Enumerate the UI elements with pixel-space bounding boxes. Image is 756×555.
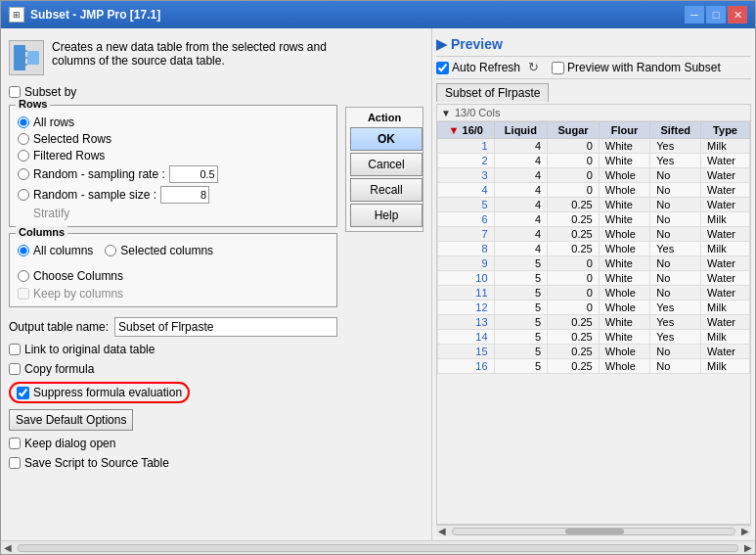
random-size-label: Random - sample size : xyxy=(33,188,156,202)
row-num-cell: 12 xyxy=(438,301,495,315)
output-input[interactable] xyxy=(114,317,337,337)
row-num-cell: 10 xyxy=(438,271,495,286)
random-rate-radio[interactable] xyxy=(18,168,29,180)
table-row: 16 5 0.25 Whole No Milk xyxy=(438,359,750,374)
liquid-header[interactable]: Liquid xyxy=(494,122,548,139)
keep-dialog-label: Keep dialog open xyxy=(24,437,115,450)
refresh-icon[interactable]: ↻ xyxy=(528,60,544,75)
all-rows-radio[interactable] xyxy=(18,116,29,128)
selected-rows-radio[interactable] xyxy=(18,133,29,145)
close-button[interactable]: ✕ xyxy=(728,6,747,23)
table-row: 8 4 0.25 Whole Yes Milk xyxy=(438,242,750,256)
sifted-cell: Yes xyxy=(650,242,701,256)
keep-by-cols-checkbox[interactable] xyxy=(18,288,29,300)
sugar-cell: 0 xyxy=(548,271,600,286)
save-default-button[interactable]: Save Default Options xyxy=(9,409,133,431)
filtered-rows-radio[interactable] xyxy=(18,150,29,162)
bottom-scroll-right[interactable]: ▶ xyxy=(741,542,755,553)
keep-dialog-checkbox[interactable] xyxy=(9,438,21,449)
preview-table: ▼ 16/0 Liquid Sugar Flour Sifted Type 1 … xyxy=(437,121,750,374)
flour-cell: Whole xyxy=(599,286,650,301)
all-cols-radio[interactable] xyxy=(18,245,29,256)
subset-by-label: Subset by xyxy=(24,85,76,99)
column-header-row: ▼ 16/0 Liquid Sugar Flour Sifted Type xyxy=(438,122,750,139)
recall-button[interactable]: Recall xyxy=(350,178,422,202)
type-cell: Water xyxy=(701,198,750,212)
type-cell: Milk xyxy=(701,359,750,374)
data-table-wrapper[interactable]: ▼ 13/0 Cols ▼ 16/0 Liquid Sugar Flour xyxy=(436,104,751,525)
table-row: 2 4 0 White Yes Water xyxy=(438,154,750,168)
row-num-cell: 7 xyxy=(438,227,495,242)
flour-cell: White xyxy=(599,139,650,154)
sugar-cell: 0 xyxy=(548,183,600,198)
scroll-left-btn[interactable]: ◀ xyxy=(436,526,448,536)
selected-cols-label: Selected columns xyxy=(120,244,213,257)
maximize-button[interactable]: □ xyxy=(706,6,726,23)
bottom-scroll-left[interactable]: ◀ xyxy=(1,542,15,553)
sugar-cell: 0.25 xyxy=(548,359,600,374)
keep-by-cols-row: Keep by columns xyxy=(18,283,329,301)
subset-tab[interactable]: Subset of Flrpaste xyxy=(436,83,549,102)
type-cell: Milk xyxy=(701,301,750,315)
cancel-button[interactable]: Cancel xyxy=(350,153,422,176)
type-cell: Milk xyxy=(701,242,750,256)
type-header[interactable]: Type xyxy=(701,122,750,139)
svg-rect-1 xyxy=(27,51,39,65)
random-rate-input[interactable] xyxy=(169,165,218,183)
row-num-cell: 1 xyxy=(438,139,495,154)
sugar-cell: 0 xyxy=(548,168,600,183)
cols-triangle-icon[interactable]: ▼ xyxy=(441,108,451,118)
flour-cell: Whole xyxy=(599,345,650,359)
flour-header[interactable]: Flour xyxy=(599,122,650,139)
flour-cell: White xyxy=(599,198,650,212)
left-options: Rows All rows Selected Rows xyxy=(9,105,337,470)
copy-formula-checkbox[interactable] xyxy=(9,363,21,375)
window-title: Subset - JMP Pro [17.1] xyxy=(30,8,160,22)
flour-cell: White xyxy=(599,271,650,286)
scroll-right-btn[interactable]: ▶ xyxy=(739,526,751,536)
flour-cell: White xyxy=(599,315,650,330)
row-num-cell: 8 xyxy=(438,242,495,256)
random-size-row: Random - sample size : xyxy=(18,186,329,204)
scrollbar-thumb[interactable] xyxy=(565,529,624,534)
auto-refresh-checkbox[interactable] xyxy=(436,62,449,74)
liquid-cell: 5 xyxy=(494,256,548,271)
link-original-row: Link to original data table xyxy=(9,343,337,356)
ok-button[interactable]: OK xyxy=(350,127,422,151)
liquid-cell: 5 xyxy=(494,359,548,374)
all-cols-row: All columns xyxy=(18,244,93,257)
horizontal-scrollbar[interactable]: ◀ ▶ xyxy=(436,525,751,536)
suppress-formula-checkbox[interactable] xyxy=(17,387,29,399)
main-window: ⊞ Subset - JMP Pro [17.1] ─ □ ✕ xyxy=(0,0,756,555)
save-script-checkbox[interactable] xyxy=(9,457,21,469)
rows-section-label: Rows xyxy=(16,98,50,110)
bottom-scrollbar-track[interactable] xyxy=(18,544,738,552)
subset-by-checkbox[interactable] xyxy=(9,86,21,98)
liquid-cell: 4 xyxy=(494,139,548,154)
copy-formula-row: Copy formula xyxy=(9,362,337,376)
copy-formula-label: Copy formula xyxy=(24,362,94,376)
random-size-radio[interactable] xyxy=(18,189,29,201)
scrollbar-track[interactable] xyxy=(452,528,735,535)
row-num-cell: 5 xyxy=(438,198,495,212)
rows-triangle-icon[interactable]: ▼ xyxy=(449,124,460,136)
liquid-cell: 4 xyxy=(494,168,548,183)
choose-cols-radio[interactable] xyxy=(18,270,29,282)
table-meta-row: ▼ 13/0 Cols xyxy=(437,105,750,121)
subset-by-row: Subset by xyxy=(9,85,423,99)
selected-cols-radio[interactable] xyxy=(105,245,116,256)
bottom-scrollbar[interactable]: ◀ ▶ xyxy=(1,540,755,554)
random-size-input[interactable] xyxy=(160,186,209,204)
sifted-header[interactable]: Sifted xyxy=(650,122,701,139)
link-original-checkbox[interactable] xyxy=(9,344,21,355)
preview-random-checkbox[interactable] xyxy=(552,62,564,74)
sugar-cell: 0.25 xyxy=(548,227,600,242)
sugar-cell: 0 xyxy=(548,286,600,301)
minimize-button[interactable]: ─ xyxy=(685,6,704,23)
random-rate-row: Random - sampling rate : xyxy=(18,165,329,183)
sugar-header[interactable]: Sugar xyxy=(548,122,600,139)
preview-header: ▶ Preview xyxy=(436,32,751,57)
flour-cell: White xyxy=(599,154,650,168)
help-button[interactable]: Help xyxy=(350,204,422,227)
random-rate-label: Random - sampling rate : xyxy=(33,167,165,181)
